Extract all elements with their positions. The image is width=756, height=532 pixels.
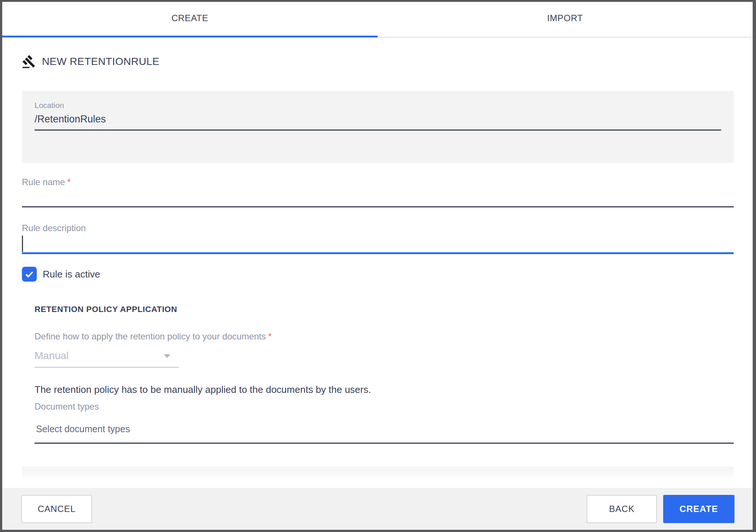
apply-method-label: Define how to apply the retention policy… — [35, 331, 734, 342]
rule-active-checkbox[interactable] — [22, 267, 37, 282]
rule-name-label: Rule name* — [22, 177, 734, 187]
create-retention-rule-dialog: CREATE IMPORT NEW RETENTIONRULE Location… — [2, 2, 753, 530]
chevron-down-icon — [164, 354, 170, 358]
create-button[interactable]: CREATE — [663, 495, 734, 523]
tab-import[interactable]: IMPORT — [378, 2, 753, 37]
rule-active-label: Rule is active — [43, 269, 100, 280]
dialog-content: NEW RETENTIONRULE Location /RetentionRul… — [2, 55, 753, 481]
retention-rule-dialog: { "tabs": { "create": "CREATE", "import"… — [0, 0, 756, 532]
apply-method-dropdown[interactable]: Manual — [35, 350, 179, 368]
apply-method-selected-value: Manual — [35, 350, 179, 362]
rule-name-label-text: Rule name — [22, 177, 65, 187]
rule-name-input[interactable] — [22, 187, 734, 207]
document-types-input[interactable]: Select document types — [35, 424, 734, 444]
required-marker: * — [67, 177, 71, 187]
dialog-tabbar: CREATE IMPORT — [2, 2, 753, 37]
location-input[interactable]: /RetentionRules — [35, 114, 721, 131]
text-cursor — [22, 236, 23, 252]
dialog-footer: CANCEL BACK CREATE — [2, 488, 753, 530]
page-title: NEW RETENTIONRULE — [42, 56, 159, 68]
retention-policy-section: RETENTION POLICY APPLICATION Define how … — [22, 305, 734, 444]
location-label: Location — [35, 101, 721, 110]
tab-create[interactable]: CREATE — [2, 2, 378, 37]
back-button[interactable]: BACK — [587, 495, 657, 523]
rule-description-input[interactable] — [22, 233, 734, 254]
rule-active-row: Rule is active — [22, 267, 734, 282]
document-types-label: Document types — [35, 401, 734, 412]
section-fade-divider — [22, 467, 734, 481]
apply-method-help-text: The retention policy has to be manually … — [35, 384, 734, 395]
document-types-placeholder: Select document types — [36, 424, 130, 434]
required-marker: * — [268, 331, 271, 341]
active-tab-indicator — [2, 36, 378, 37]
dialog-header: NEW RETENTIONRULE — [22, 55, 734, 69]
checkmark-icon — [24, 269, 35, 280]
gavel-icon — [22, 55, 36, 69]
apply-method-label-text: Define how to apply the retention policy… — [35, 331, 266, 341]
section-title: RETENTION POLICY APPLICATION — [35, 305, 734, 314]
location-field-box: Location /RetentionRules — [22, 91, 734, 163]
rule-description-label: Rule description — [22, 223, 734, 233]
cancel-button[interactable]: CANCEL — [21, 495, 92, 523]
